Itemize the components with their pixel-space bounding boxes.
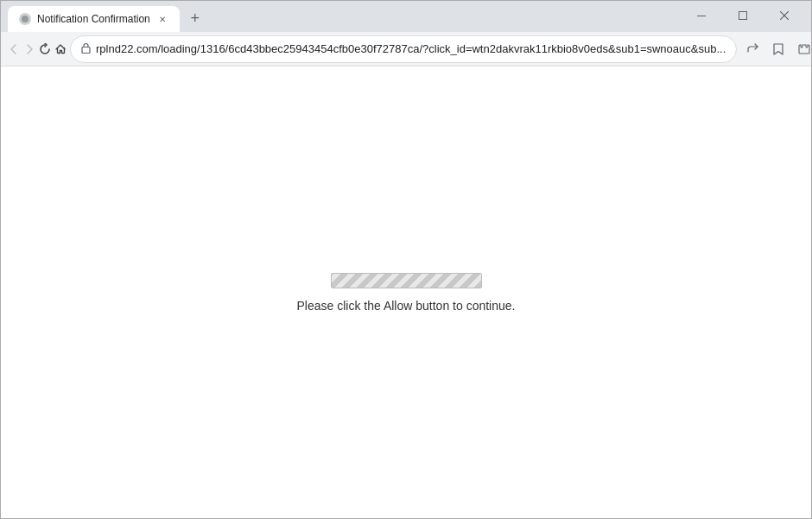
address-text: rplnd22.com/loading/1316/6cd43bbec259434… [96,42,726,55]
forward-button[interactable] [23,37,35,61]
address-bar[interactable]: rplnd22.com/loading/1316/6cd43bbec259434… [70,35,737,63]
tab-bar: Notification Confirmation ✕ + [8,6,675,32]
page-content: Please click the Allow button to continu… [1,66,811,518]
svg-rect-3 [739,12,747,20]
title-bar: Notification Confirmation ✕ + [1,1,811,32]
active-tab[interactable]: Notification Confirmation ✕ [8,6,180,32]
toolbar-actions [740,37,812,61]
new-tab-button[interactable]: + [183,6,207,30]
home-button[interactable] [54,37,67,61]
svg-rect-2 [697,16,706,16]
lock-icon [81,42,91,56]
back-button[interactable] [8,37,20,61]
browser-window: Notification Confirmation ✕ + [0,0,812,519]
maximize-button[interactable] [723,3,763,28]
loading-area: Please click the Allow button to continu… [297,273,516,313]
tab-title: Notification Confirmation [37,13,150,25]
extensions-button[interactable] [792,37,812,61]
tab-close-button[interactable]: ✕ [155,12,169,26]
toolbar: rplnd22.com/loading/1316/6cd43bbec259434… [1,32,811,66]
tab-favicon [18,12,32,26]
minimize-button[interactable] [682,3,721,28]
svg-point-1 [22,16,29,22]
bookmark-button[interactable] [766,37,790,61]
window-controls [682,3,804,28]
page-message: Please click the Allow button to continu… [297,299,516,313]
close-button[interactable] [764,3,804,28]
progress-bar [331,273,482,288]
share-button[interactable] [740,37,764,61]
progress-bar-fill [332,274,481,288]
svg-rect-6 [82,47,90,53]
reload-button[interactable] [39,37,51,61]
